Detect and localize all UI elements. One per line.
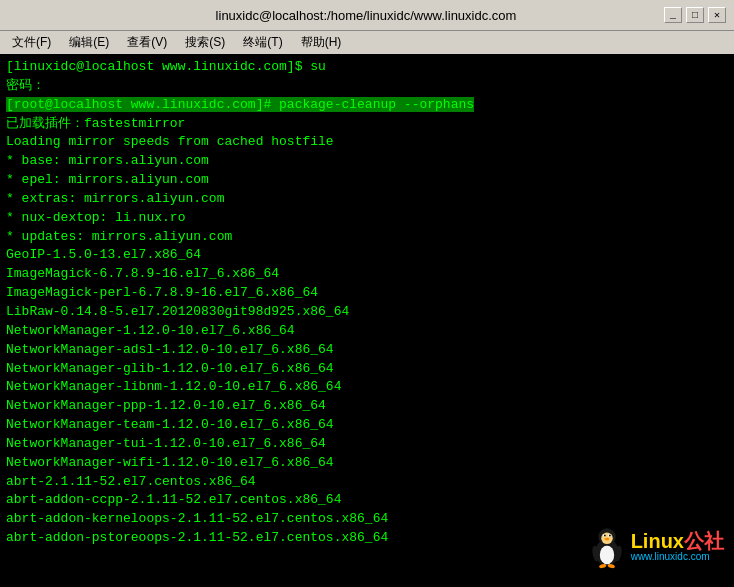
terminal-line: 已加载插件：fastestmirror (6, 115, 728, 134)
svg-point-8 (604, 538, 609, 541)
maximize-button[interactable]: □ (686, 7, 704, 23)
window-title: linuxidc@localhost:/home/linuxidc/www.li… (68, 8, 664, 23)
terminal-line: [root@localhost www.linuxidc.com]# packa… (6, 96, 728, 115)
terminal-line: ImageMagick-6.7.8.9-16.el7_6.x86_64 (6, 265, 728, 284)
terminal-line: * nux-dextop: li.nux.ro (6, 209, 728, 228)
terminal-line: GeoIP-1.5.0-13.el7.x86_64 (6, 246, 728, 265)
menu-help[interactable]: 帮助(H) (293, 32, 350, 53)
terminal-line: NetworkManager-1.12.0-10.el7_6.x86_64 (6, 322, 728, 341)
terminal-line: NetworkManager-ppp-1.12.0-10.el7_6.x86_6… (6, 397, 728, 416)
terminal-line: * extras: mirrors.aliyun.com (6, 190, 728, 209)
menu-edit[interactable]: 编辑(E) (61, 32, 117, 53)
tux-icon (589, 525, 625, 569)
watermark-text: Linux公社 www.linuxidc.com (631, 531, 724, 563)
menu-terminal[interactable]: 终端(T) (235, 32, 290, 53)
menu-search[interactable]: 搜索(S) (177, 32, 233, 53)
terminal-line: Loading mirror speeds from cached hostfi… (6, 133, 728, 152)
terminal-line: * base: mirrors.aliyun.com (6, 152, 728, 171)
terminal-content[interactable]: [linuxidc@localhost www.linuxidc.com]$ s… (0, 54, 734, 587)
terminal-line: 密码： (6, 77, 728, 96)
terminal-line: abrt-addon-ccpp-2.1.11-52.el7.centos.x86… (6, 491, 728, 510)
terminal-line: [linuxidc@localhost www.linuxidc.com]$ s… (6, 58, 728, 77)
terminal-line: LibRaw-0.14.8-5.el7.20120830git98d925.x8… (6, 303, 728, 322)
terminal-line: NetworkManager-adsl-1.12.0-10.el7_6.x86_… (6, 341, 728, 360)
terminal-line: * epel: mirrors.aliyun.com (6, 171, 728, 190)
terminal-line: abrt-2.1.11-52.el7.centos.x86_64 (6, 473, 728, 492)
terminal-line: NetworkManager-wifi-1.12.0-10.el7_6.x86_… (6, 454, 728, 473)
svg-point-6 (604, 535, 606, 537)
svg-point-1 (599, 546, 613, 565)
window-controls: _ □ ✕ (664, 7, 726, 23)
terminal-line: NetworkManager-libnm-1.12.0-10.el7_6.x86… (6, 378, 728, 397)
menu-view[interactable]: 查看(V) (119, 32, 175, 53)
menu-bar: 文件(F) 编辑(E) 查看(V) 搜索(S) 终端(T) 帮助(H) (0, 30, 734, 54)
watermark: Linux公社 www.linuxidc.com (589, 525, 724, 569)
terminal-line: ImageMagick-perl-6.7.8.9-16.el7_6.x86_64 (6, 284, 728, 303)
title-bar: linuxidc@localhost:/home/linuxidc/www.li… (0, 0, 734, 30)
watermark-site-url: www.linuxidc.com (631, 551, 710, 563)
terminal-line: NetworkManager-team-1.12.0-10.el7_6.x86_… (6, 416, 728, 435)
terminal-line: NetworkManager-tui-1.12.0-10.el7_6.x86_6… (6, 435, 728, 454)
close-button[interactable]: ✕ (708, 7, 726, 23)
terminal-line: * updates: mirrors.aliyun.com (6, 228, 728, 247)
watermark-linux-label: Linux公社 (631, 531, 724, 551)
terminal-line: NetworkManager-glib-1.12.0-10.el7_6.x86_… (6, 360, 728, 379)
menu-file[interactable]: 文件(F) (4, 32, 59, 53)
minimize-button[interactable]: _ (664, 7, 682, 23)
terminal-window: linuxidc@localhost:/home/linuxidc/www.li… (0, 0, 734, 587)
svg-point-7 (609, 535, 611, 537)
